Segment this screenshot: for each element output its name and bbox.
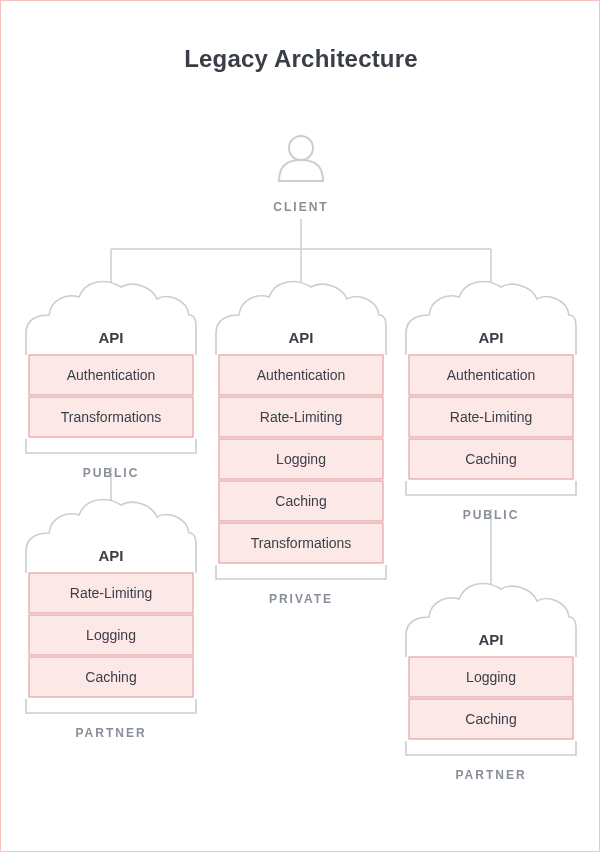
- api-label: API: [478, 329, 503, 346]
- svg-point-0: [289, 136, 313, 160]
- api-box-partner-left: API Rate-Limiting Logging Caching PARTNE…: [26, 500, 196, 740]
- cell-label: Authentication: [447, 367, 536, 383]
- cell-label: Logging: [86, 627, 136, 643]
- user-icon: [279, 136, 323, 181]
- api-label: API: [98, 329, 123, 346]
- cell-label: Authentication: [67, 367, 156, 383]
- diagram-title: Legacy Architecture: [184, 45, 418, 72]
- api-label: API: [478, 631, 503, 648]
- diagram-frame: Legacy Architecture CLIENT API: [0, 0, 600, 852]
- cell-label: Transformations: [251, 535, 352, 551]
- diagram-svg: Legacy Architecture CLIENT API: [1, 1, 600, 852]
- cell-label: Caching: [465, 451, 516, 467]
- cell-label: Rate-Limiting: [70, 585, 152, 601]
- cell-label: Caching: [85, 669, 136, 685]
- api-box-partner-right: API Logging Caching PARTNER: [406, 584, 576, 782]
- cell-label: Caching: [465, 711, 516, 727]
- group-label-partner: PARTNER: [455, 768, 526, 782]
- cell-label: Rate-Limiting: [260, 409, 342, 425]
- group-label-partner: PARTNER: [75, 726, 146, 740]
- cell-label: Rate-Limiting: [450, 409, 532, 425]
- cell-label: Transformations: [61, 409, 162, 425]
- cell-label: Logging: [276, 451, 326, 467]
- client-label: CLIENT: [273, 200, 328, 214]
- group-label-public: PUBLIC: [463, 508, 520, 522]
- api-box-private: API Authentication Rate-Limiting Logging…: [216, 282, 386, 606]
- api-label: API: [288, 329, 313, 346]
- api-box-public-left: API Authentication Transformations PUBLI…: [26, 282, 196, 480]
- cell-label: Caching: [275, 493, 326, 509]
- cell-label: Logging: [466, 669, 516, 685]
- api-label: API: [98, 547, 123, 564]
- api-box-public-right: API Authentication Rate-Limiting Caching…: [406, 282, 576, 522]
- group-label-private: PRIVATE: [269, 592, 333, 606]
- group-label-public: PUBLIC: [83, 466, 140, 480]
- cell-label: Authentication: [257, 367, 346, 383]
